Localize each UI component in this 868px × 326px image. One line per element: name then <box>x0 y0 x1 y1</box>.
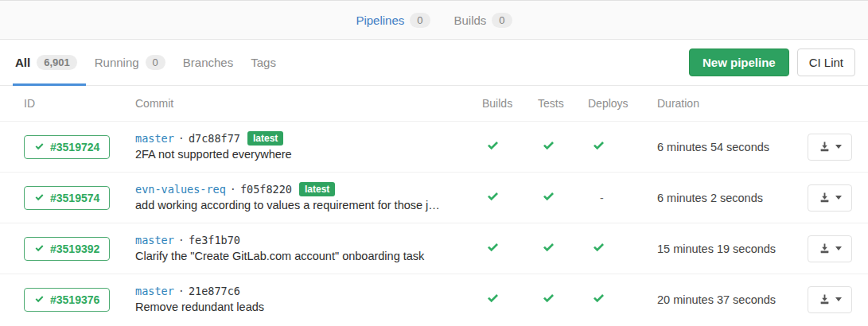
commit-message[interactable]: add working according to values a requir… <box>135 197 471 214</box>
commit-message[interactable]: 2FA not supported everywhere <box>135 146 471 163</box>
check-icon[interactable] <box>592 139 605 153</box>
deploys-status-cell[interactable] <box>588 139 657 155</box>
commit-separator: · <box>230 181 236 197</box>
builds-status-cell[interactable] <box>482 241 538 257</box>
status-success-icon <box>34 243 45 254</box>
filter-tab-label: Branches <box>183 56 233 69</box>
download-icon <box>819 293 831 305</box>
download-artifacts-button[interactable] <box>808 286 852 313</box>
new-pipeline-button[interactable]: New pipeline <box>689 49 789 76</box>
caret-down-icon <box>835 145 842 149</box>
check-icon[interactable] <box>486 139 500 153</box>
download-artifacts-button[interactable] <box>808 235 852 262</box>
table-header-row: ID Commit Builds Tests Deploys Duration <box>0 86 868 121</box>
no-deploys-marker: - <box>592 192 604 204</box>
top-nav-item-count: 0 <box>492 13 512 28</box>
status-success-icon <box>34 294 45 305</box>
tab-branches[interactable]: Branches <box>174 40 242 85</box>
commit-hash-link[interactable]: f05f8220 <box>240 181 292 197</box>
check-icon[interactable] <box>592 292 605 305</box>
toolbar-actions: New pipeline CI Lint <box>689 49 855 76</box>
tests-status-cell[interactable] <box>538 190 588 206</box>
duration-cell: 6 minutes 54 seconds <box>657 141 804 153</box>
pipeline-id: #3519724 <box>50 141 99 153</box>
download-artifacts-button[interactable] <box>808 184 852 212</box>
pipeline-row: #3519376 master · 21e877c6 Remove redund… <box>0 274 868 324</box>
duration-cell: 15 minutes 19 seconds <box>657 243 804 255</box>
caret-down-icon <box>835 196 842 200</box>
commit-hash-link[interactable]: 21e877c6 <box>189 283 240 299</box>
pipeline-status-badge[interactable]: #3519376 <box>24 288 110 312</box>
header-commit: Commit <box>135 97 482 110</box>
status-success-icon <box>34 142 45 152</box>
pipelines-table-body: #3519724 master · d7c88f77 latest 2FA no… <box>0 121 868 324</box>
builds-status-cell[interactable] <box>482 139 538 155</box>
builds-status-cell[interactable] <box>482 190 538 206</box>
tests-status-cell[interactable] <box>538 292 588 308</box>
header-deploys: Deploys <box>588 97 657 110</box>
actions-cell <box>804 235 852 262</box>
tab-all[interactable]: All 6,901 <box>13 40 86 85</box>
branch-link[interactable]: master <box>135 283 174 299</box>
pipeline-id-cell: #3519392 <box>24 237 135 261</box>
branch-link[interactable]: master <box>135 130 174 146</box>
check-icon[interactable] <box>592 241 605 254</box>
pipeline-id-cell: #3519574 <box>24 186 135 210</box>
commit-separator: · <box>178 232 185 248</box>
duration-cell: 20 minutes 37 seconds <box>657 293 804 306</box>
pipeline-status-badge[interactable]: #3519392 <box>24 237 110 261</box>
check-icon[interactable] <box>486 292 500 305</box>
commit-message[interactable]: Remove redundant leads <box>135 299 471 316</box>
commit-cell: evn-values-req · f05f8220 latest add wor… <box>135 181 482 214</box>
ci-lint-button[interactable]: CI Lint <box>797 49 855 76</box>
pipelines-page: Pipelines 0 Builds 0 All 6,901 Running 0… <box>0 0 868 326</box>
pipeline-row: #3519724 master · d7c88f77 latest 2FA no… <box>0 121 868 172</box>
check-icon[interactable] <box>542 292 555 305</box>
top-nav-item-count: 0 <box>410 13 430 28</box>
check-icon[interactable] <box>486 241 500 254</box>
commit-hash-link[interactable]: d7c88f77 <box>189 130 240 146</box>
header-id: ID <box>24 97 135 110</box>
filter-tabs: All 6,901 Running 0 Branches Tags <box>13 40 285 85</box>
tab-running[interactable]: Running 0 <box>86 40 174 85</box>
duration-cell: 6 minutes 2 seconds <box>657 192 804 204</box>
top-nav-item-pipelines[interactable]: Pipelines 0 <box>356 13 430 28</box>
pipeline-id-cell: #3519376 <box>24 288 135 312</box>
check-icon[interactable] <box>542 139 555 153</box>
caret-down-icon <box>835 246 842 250</box>
download-artifacts-button[interactable] <box>808 134 852 161</box>
deploys-status-cell[interactable] <box>588 241 657 257</box>
pipeline-status-badge[interactable]: #3519574 <box>24 186 110 210</box>
filter-tab-label: Tags <box>251 56 276 69</box>
download-icon <box>819 243 831 254</box>
pipeline-row: #3519574 evn-values-req · f05f8220 lates… <box>0 172 868 223</box>
builds-status-cell[interactable] <box>482 292 538 308</box>
commit-message[interactable]: Clarify the "Create GitLab.com account" … <box>135 248 471 265</box>
check-icon[interactable] <box>542 190 555 204</box>
commit-hash-link[interactable]: fe3f1b70 <box>189 232 240 248</box>
pipeline-id: #3519392 <box>50 243 99 255</box>
download-icon <box>819 141 831 153</box>
header-tests: Tests <box>538 97 588 110</box>
deploys-status-cell[interactable]: - <box>588 192 657 204</box>
pipeline-id: #3519376 <box>50 293 99 306</box>
pipeline-row: #3519392 master · fe3f1b70 Clarify the "… <box>0 223 868 274</box>
header-builds: Builds <box>482 97 538 110</box>
check-icon[interactable] <box>486 190 500 204</box>
top-nav-item-label: Pipelines <box>356 14 404 27</box>
header-duration: Duration <box>657 97 804 110</box>
top-nav-item-builds[interactable]: Builds 0 <box>454 13 512 28</box>
tests-status-cell[interactable] <box>538 139 588 155</box>
deploys-status-cell[interactable] <box>588 292 657 308</box>
check-icon[interactable] <box>542 241 555 254</box>
tests-status-cell[interactable] <box>538 241 588 257</box>
commit-cell: master · 21e877c6 Remove redundant leads <box>135 283 482 316</box>
caret-down-icon <box>835 297 842 301</box>
filter-tab-label: All <box>15 56 30 69</box>
tab-tags[interactable]: Tags <box>242 40 285 85</box>
commit-separator: · <box>178 130 185 146</box>
pipeline-status-badge[interactable]: #3519724 <box>24 135 110 159</box>
branch-link[interactable]: master <box>135 232 174 248</box>
pipeline-id-cell: #3519724 <box>24 135 135 159</box>
branch-link[interactable]: evn-values-req <box>135 181 226 197</box>
